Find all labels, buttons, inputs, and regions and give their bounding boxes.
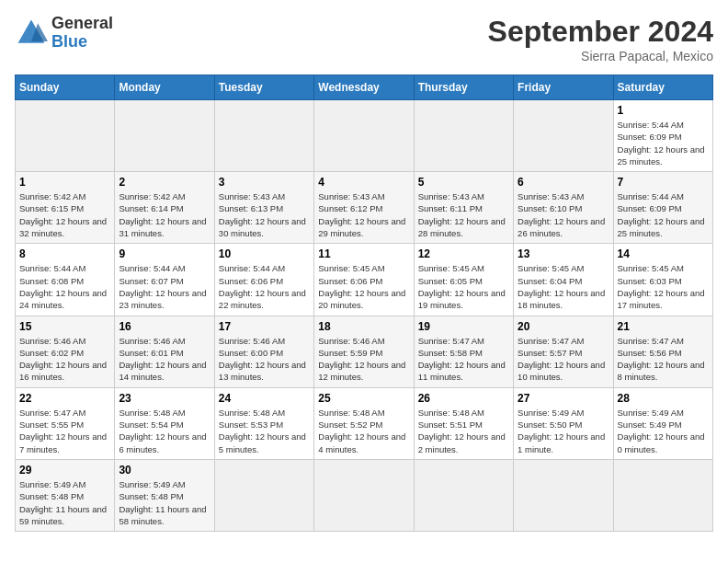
day-of-week-header: Friday [514,75,613,100]
calendar-cell: 16Sunrise: 5:46 AMSunset: 6:01 PMDayligh… [115,316,214,387]
day-number: 9 [119,247,210,260]
day-number: 22 [19,392,110,405]
day-number: 6 [518,176,609,189]
day-number: 27 [518,392,609,405]
day-of-week-header: Wednesday [314,75,414,100]
calendar-cell: 17Sunrise: 5:46 AMSunset: 6:00 PMDayligh… [214,316,313,387]
calendar-week-row: 8Sunrise: 5:44 AMSunset: 6:08 PMDaylight… [16,244,713,316]
logo-text: General Blue [51,15,113,52]
calendar-cell: 19Sunrise: 5:47 AMSunset: 5:58 PMDayligh… [414,316,513,387]
calendar-cell [214,459,313,531]
day-info: Sunrise: 5:42 AMSunset: 6:14 PMDaylight:… [119,190,210,239]
day-number: 8 [19,247,110,260]
calendar-cell: 14Sunrise: 5:45 AMSunset: 6:03 PMDayligh… [613,244,712,316]
day-number: 18 [318,320,409,333]
day-info: Sunrise: 5:43 AMSunset: 6:13 PMDaylight:… [219,190,310,239]
day-info: Sunrise: 5:43 AMSunset: 6:11 PMDaylight:… [418,190,509,239]
calendar-cell [314,459,414,531]
day-info: Sunrise: 5:48 AMSunset: 5:52 PMDaylight:… [318,407,409,455]
day-number: 13 [518,247,609,260]
day-number: 20 [518,320,609,333]
day-number: 23 [119,392,210,405]
day-info: Sunrise: 5:42 AMSunset: 6:15 PMDaylight:… [19,190,110,239]
calendar-cell: 23Sunrise: 5:48 AMSunset: 5:54 PMDayligh… [115,387,214,459]
calendar-week-row: 1Sunrise: 5:42 AMSunset: 6:15 PMDaylight… [16,172,713,244]
day-info: Sunrise: 5:46 AMSunset: 6:01 PMDaylight:… [119,335,210,384]
calendar-cell: 13Sunrise: 5:45 AMSunset: 6:04 PMDayligh… [514,244,613,316]
day-info: Sunrise: 5:47 AMSunset: 5:58 PMDaylight:… [418,335,509,384]
logo-icon [15,17,48,50]
day-of-week-header: Saturday [613,75,712,100]
day-number: 10 [219,247,310,260]
calendar-cell: 12Sunrise: 5:45 AMSunset: 6:05 PMDayligh… [414,244,513,316]
calendar-cell: 20Sunrise: 5:47 AMSunset: 5:57 PMDayligh… [514,316,613,387]
day-of-week-header: Monday [115,75,214,100]
calendar-cell [514,100,613,172]
day-number: 25 [318,392,409,405]
day-info: Sunrise: 5:45 AMSunset: 6:05 PMDaylight:… [418,262,509,311]
title-section: September 2024 Sierra Papacal, Mexico [488,15,713,63]
day-of-week-header: Tuesday [214,75,313,100]
logo-line2: Blue [51,33,113,52]
day-info: Sunrise: 5:44 AMSunset: 6:07 PMDaylight:… [119,262,210,311]
calendar-cell: 1Sunrise: 5:42 AMSunset: 6:15 PMDaylight… [16,172,115,244]
days-of-week-row: SundayMondayTuesdayWednesdayThursdayFrid… [16,75,713,100]
day-number: 29 [19,464,110,477]
day-info: Sunrise: 5:47 AMSunset: 5:55 PMDaylight:… [19,407,110,455]
day-number: 11 [318,247,409,260]
day-number: 21 [618,320,709,333]
day-info: Sunrise: 5:48 AMSunset: 5:54 PMDaylight:… [119,407,210,455]
day-number: 26 [418,392,509,405]
calendar-cell: 4Sunrise: 5:43 AMSunset: 6:12 PMDaylight… [314,172,414,244]
calendar-cell [514,459,613,531]
day-info: Sunrise: 5:43 AMSunset: 6:12 PMDaylight:… [318,190,409,239]
calendar-cell: 18Sunrise: 5:46 AMSunset: 5:59 PMDayligh… [314,316,414,387]
calendar-cell [16,100,115,172]
month-title: September 2024 [488,15,713,49]
day-number: 24 [219,392,310,405]
day-info: Sunrise: 5:46 AMSunset: 6:02 PMDaylight:… [19,335,110,384]
calendar-cell: 6Sunrise: 5:43 AMSunset: 6:10 PMDaylight… [514,172,613,244]
day-number: 17 [219,320,310,333]
day-number: 1 [618,104,709,117]
calendar-cell: 15Sunrise: 5:46 AMSunset: 6:02 PMDayligh… [16,316,115,387]
calendar-cell [414,100,513,172]
day-number: 1 [19,176,110,189]
calendar-body: 1Sunrise: 5:44 AMSunset: 6:09 PMDaylight… [16,100,713,532]
day-info: Sunrise: 5:46 AMSunset: 6:00 PMDaylight:… [219,335,310,384]
calendar-cell: 29Sunrise: 5:49 AMSunset: 5:48 PMDayligh… [16,459,115,531]
day-info: Sunrise: 5:47 AMSunset: 5:57 PMDaylight:… [518,335,609,384]
day-number: 2 [119,176,210,189]
day-info: Sunrise: 5:46 AMSunset: 5:59 PMDaylight:… [318,335,409,384]
day-info: Sunrise: 5:49 AMSunset: 5:50 PMDaylight:… [518,407,609,455]
calendar-week-row: 15Sunrise: 5:46 AMSunset: 6:02 PMDayligh… [16,316,713,387]
location: Sierra Papacal, Mexico [488,49,713,63]
calendar-cell: 9Sunrise: 5:44 AMSunset: 6:07 PMDaylight… [115,244,214,316]
day-info: Sunrise: 5:48 AMSunset: 5:51 PMDaylight:… [418,407,509,455]
calendar-table: SundayMondayTuesdayWednesdayThursdayFrid… [15,75,713,532]
calendar-cell: 24Sunrise: 5:48 AMSunset: 5:53 PMDayligh… [214,387,313,459]
day-number: 5 [418,176,509,189]
day-number: 28 [618,392,709,405]
calendar-cell: 11Sunrise: 5:45 AMSunset: 6:06 PMDayligh… [314,244,414,316]
day-info: Sunrise: 5:49 AMSunset: 5:48 PMDaylight:… [119,478,210,527]
calendar-cell [314,100,414,172]
calendar-cell [414,459,513,531]
calendar-cell: 26Sunrise: 5:48 AMSunset: 5:51 PMDayligh… [414,387,513,459]
calendar-cell: 5Sunrise: 5:43 AMSunset: 6:11 PMDaylight… [414,172,513,244]
day-info: Sunrise: 5:44 AMSunset: 6:08 PMDaylight:… [19,262,110,311]
calendar-cell: 8Sunrise: 5:44 AMSunset: 6:08 PMDaylight… [16,244,115,316]
day-info: Sunrise: 5:48 AMSunset: 5:53 PMDaylight:… [219,407,310,455]
calendar-cell: 1Sunrise: 5:44 AMSunset: 6:09 PMDaylight… [613,100,712,172]
day-info: Sunrise: 5:47 AMSunset: 5:56 PMDaylight:… [618,335,709,384]
day-info: Sunrise: 5:49 AMSunset: 5:49 PMDaylight:… [618,407,709,455]
calendar-cell: 2Sunrise: 5:42 AMSunset: 6:14 PMDaylight… [115,172,214,244]
day-number: 15 [19,320,110,333]
calendar-cell: 28Sunrise: 5:49 AMSunset: 5:49 PMDayligh… [613,387,712,459]
day-info: Sunrise: 5:45 AMSunset: 6:06 PMDaylight:… [318,262,409,311]
day-info: Sunrise: 5:44 AMSunset: 6:09 PMDaylight:… [618,119,709,167]
calendar-cell: 22Sunrise: 5:47 AMSunset: 5:55 PMDayligh… [16,387,115,459]
day-number: 19 [418,320,509,333]
day-info: Sunrise: 5:45 AMSunset: 6:04 PMDaylight:… [518,262,609,311]
day-number: 7 [618,176,709,189]
